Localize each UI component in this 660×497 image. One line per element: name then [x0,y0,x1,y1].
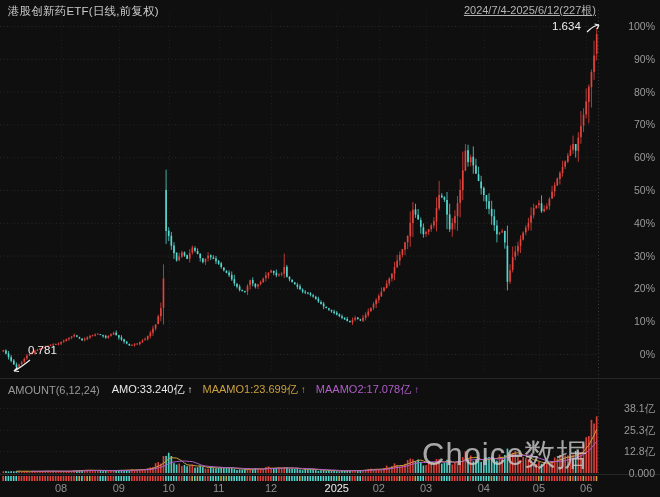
price-high-label: 1.634 [552,20,581,32]
candlestick-volume-canvas[interactable] [0,0,660,497]
maamo2-value: MAAMO2:17.078亿 [316,382,411,397]
price-axis-tick: 60% [634,151,655,163]
volume-axis-tick: 0.000 [629,467,655,479]
x-axis-label: 08 [55,482,67,494]
date-range-label[interactable]: 2024/7/4-2025/6/12(227根) [464,3,596,18]
price-axis-tick: 80% [634,86,655,98]
x-axis-label: 09 [113,482,125,494]
price-axis-tick: 0% [640,348,655,360]
x-axis-label: 05 [533,482,545,494]
volume-axis-tick: 25.3亿 [624,424,655,438]
price-axis-tick: 70% [634,118,655,130]
price-axis-tick: 50% [634,184,655,196]
x-axis-label: 2025 [325,482,349,494]
x-axis-label: 03 [420,482,432,494]
x-axis-label: 02 [373,482,385,494]
low-arrow-icon [10,358,32,376]
chart-title: 港股创新药ETF(日线,前复权) [8,4,159,19]
volume-axis-tick: 38.1亿 [624,402,655,416]
price-axis-tick: 10% [634,315,655,327]
price-axis-tick: 20% [634,282,655,294]
volume-axis-tick: 12.8亿 [624,445,655,459]
maamo2-up-arrow-icon: ↑ [414,384,419,395]
amo-value: AMO:33.240亿 [112,382,185,397]
price-axis-tick: 30% [634,250,655,262]
maamo1-up-arrow-icon: ↑ [301,384,306,395]
x-axis-label: 06 [580,482,592,494]
indicator-row: AMOUNT(6,12,24) AMO:33.240亿 ↑ MAAMO1:23.… [8,382,419,397]
x-axis-label: 11 [213,482,224,494]
x-axis-label: 12 [265,482,277,494]
price-axis-tick: 100% [628,20,655,32]
maamo1-value: MAAMO1:23.699亿 [202,382,297,397]
high-arrow-icon [586,22,602,34]
indicator-name[interactable]: AMOUNT(6,12,24) [8,384,100,396]
x-axis-label: 04 [478,482,490,494]
x-axis-label: 10 [163,482,175,494]
price-axis-tick: 90% [634,53,655,65]
amo-up-arrow-icon: ↑ [187,384,192,395]
chart-window: 港股创新药ETF(日线,前复权) 2024/7/4-2025/6/12(227根… [0,0,660,497]
price-low-label: 0.781 [28,344,57,356]
price-axis-tick: 40% [634,217,655,229]
